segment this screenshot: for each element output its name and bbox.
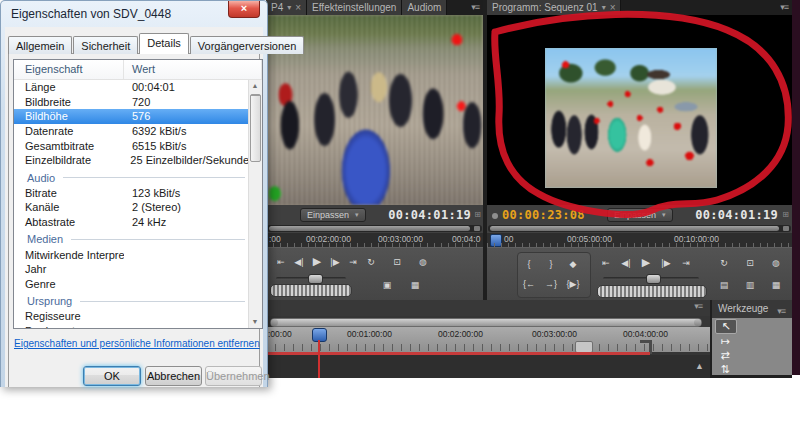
panel-menu-icon[interactable]: ▾≡ <box>690 301 706 311</box>
tab-source-clip[interactable]: P4 ▾ × <box>266 0 307 15</box>
property-row[interactable]: Datenrate6392 kBit/s <box>14 124 249 139</box>
property-row[interactable]: Gesamtbitrate6515 kBit/s <box>14 138 249 153</box>
tab-program-sequence[interactable]: Programm: Sequenz 01 ▾ × <box>487 0 621 15</box>
source-fit-dropdown[interactable]: Einpassen ▾ <box>300 208 366 222</box>
remove-properties-link[interactable]: Eigenschaften und persönliche Informatio… <box>14 338 260 349</box>
tab-audio-mixer-label: Audiom <box>407 0 441 15</box>
source-time-ruler[interactable]: :0000:02:00:0000:03:00:0000:04:0 <box>266 233 483 247</box>
property-row[interactable]: Abtastrate24 kHz <box>14 215 249 230</box>
safe-margins-button[interactable]: ⊡ <box>741 255 759 270</box>
work-area-bar[interactable] <box>270 318 702 327</box>
export-frame-button[interactable]: ▣ <box>378 277 396 292</box>
marker-button[interactable]: ◆ <box>564 256 582 271</box>
jog-wheel[interactable] <box>270 284 352 297</box>
prev-edit-button[interactable]: ⇤ <box>597 255 615 270</box>
program-transport-controls: {}◆ {←→}{▶} ⇤◀|▶|▶⇥ ↻⊡◍ ▤▥▦ <box>487 247 792 300</box>
scroll-up-icon[interactable]: ▲ <box>249 80 261 92</box>
scrollbar-thumb[interactable] <box>269 226 470 231</box>
property-row[interactable]: Länge00:04:01 <box>14 80 249 95</box>
panel-menu-icon[interactable]: ▾≡ <box>467 0 483 15</box>
property-row[interactable]: Kanäle2 (Stereo) <box>14 200 249 215</box>
tab-source-clip-label: P4 <box>271 0 283 15</box>
dialog-tab-vorgängerversionen[interactable]: Vorgängerversionen <box>190 36 304 54</box>
lift-button[interactable]: ▤ <box>715 277 733 292</box>
ruler-label: 00:03:00:00 <box>378 234 423 244</box>
dialog-tab-sicherheit[interactable]: Sicherheit <box>73 36 138 54</box>
play-button[interactable]: ▶ <box>308 254 326 269</box>
step-back-button[interactable]: ◀| <box>290 254 308 269</box>
program-fit-dropdown[interactable]: Einpassen ▾ <box>607 208 673 222</box>
dialog-tab-details[interactable]: Details <box>139 33 189 54</box>
shuttle-slider[interactable] <box>603 277 699 280</box>
program-horizontal-scrollbar[interactable] <box>488 225 791 232</box>
program-playhead-marker[interactable] <box>490 234 502 247</box>
ripple-edit-tool-icon[interactable]: ⇄ <box>715 349 735 362</box>
rolling-edit-tool-icon[interactable]: ⇅ <box>715 363 735 375</box>
step-forward-button[interactable]: |▶ <box>657 255 675 270</box>
ruler-label: :00 <box>269 234 281 244</box>
safe-margins-button[interactable]: ⊡ <box>388 254 406 269</box>
scrollbar-thumb[interactable] <box>250 94 261 162</box>
ruler-label: 00:05:00:00 <box>567 234 612 244</box>
jog-wheel[interactable] <box>597 285 707 298</box>
scroll-up-icon[interactable]: ▲ <box>695 361 704 371</box>
scrollbar-thumb[interactable] <box>490 226 779 231</box>
go-to-out-button[interactable]: →} <box>542 276 560 291</box>
property-row[interactable]: Einzelbildrate25 Einzelbilder/Sekunde <box>14 153 249 168</box>
cancel-button[interactable]: Abbrechen <box>145 366 202 386</box>
panel-menu-icon[interactable]: ▾≡ <box>776 0 792 15</box>
go-to-in-button[interactable]: ⇤ <box>272 254 290 269</box>
track-select-tool-icon[interactable]: ↦ <box>715 335 735 348</box>
insert-button[interactable]: ▦ <box>406 277 424 292</box>
go-to-out-button[interactable]: ⇥ <box>344 254 362 269</box>
scroll-down-icon[interactable]: ▼ <box>249 316 261 328</box>
set-out-button[interactable]: } <box>542 256 560 271</box>
play-button[interactable]: ▶ <box>637 255 655 270</box>
timeline-panel: ▾≡ :00:0000:01:00:0000:02:00:0000:03:00:… <box>266 300 710 378</box>
property-row[interactable]: Mitwirkende Interpreten <box>14 247 249 262</box>
chevron-down-icon[interactable]: ▾ <box>287 0 291 15</box>
step-back-button[interactable]: ◀| <box>617 255 635 270</box>
play-in-out-button[interactable]: {▶} <box>564 276 582 291</box>
property-row[interactable]: Produzenten <box>14 324 249 328</box>
chevron-down-icon[interactable]: ▾ <box>602 0 606 15</box>
property-row[interactable]: Bitrate123 kBit/s <box>14 186 249 201</box>
close-icon[interactable]: × <box>295 0 301 15</box>
column-header-value[interactable]: Wert <box>124 60 262 79</box>
output-button[interactable]: ◍ <box>767 255 785 270</box>
timeline-tracks-area[interactable] <box>266 355 710 378</box>
extract-button[interactable]: ▥ <box>741 277 759 292</box>
panel-menu-icon[interactable]: ▾≡ <box>773 302 789 320</box>
property-row[interactable]: Regisseure <box>14 309 249 324</box>
tab-audio-mixer[interactable]: Audiom <box>402 0 447 15</box>
loop-button[interactable]: ↻ <box>362 254 380 269</box>
apply-button[interactable]: Übernehmen <box>205 366 262 386</box>
scrollbar-end-box <box>783 226 789 231</box>
program-video-preview[interactable] <box>487 15 792 205</box>
property-row[interactable]: Bildbreite720 <box>14 95 249 110</box>
source-horizontal-scrollbar[interactable] <box>267 225 482 232</box>
dialog-tab-allgemein[interactable]: Allgemein <box>8 36 72 54</box>
set-in-button[interactable]: { <box>520 256 538 271</box>
shuttle-slider[interactable] <box>276 277 346 280</box>
list-scrollbar[interactable]: ▲ ▼ <box>248 80 262 328</box>
step-forward-button[interactable]: |▶ <box>326 254 344 269</box>
ok-button[interactable]: OK <box>83 366 141 386</box>
property-row[interactable]: Genre <box>14 277 249 292</box>
program-time-ruler[interactable]: 0000:05:00:0000:10:00:00 <box>487 233 792 247</box>
close-icon[interactable]: × <box>610 0 616 15</box>
go-to-in-button[interactable]: {← <box>520 276 538 291</box>
loop-button[interactable]: ↻ <box>715 255 733 270</box>
tools-list: ↖↦⇄⇅ <box>715 319 739 375</box>
program-current-timecode[interactable]: 00:00:23:08 <box>502 208 585 222</box>
close-button[interactable]: × <box>228 1 260 18</box>
property-row[interactable]: Jahr <box>14 262 249 277</box>
export-frame-button[interactable]: ▦ <box>767 277 785 292</box>
property-row[interactable]: Bildhöhe576 <box>14 109 249 124</box>
selection-tool-icon[interactable]: ↖ <box>715 319 737 334</box>
column-header-property[interactable]: Eigenschaft <box>14 60 124 79</box>
list-header[interactable]: Eigenschaft Wert <box>14 60 262 80</box>
tab-effect-controls[interactable]: Effekteinstellungen <box>307 0 402 15</box>
output-button[interactable]: ◍ <box>414 254 432 269</box>
next-edit-button[interactable]: ⇥ <box>677 255 695 270</box>
